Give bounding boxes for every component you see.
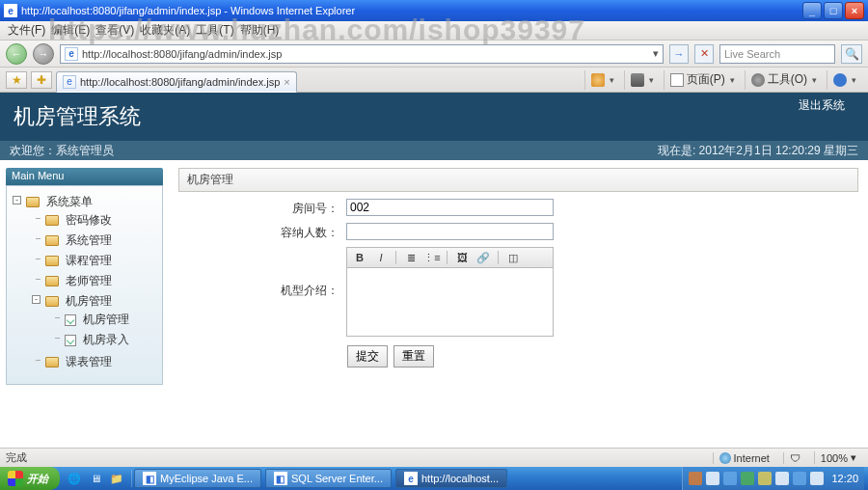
sidebar-item-room-manage[interactable]: 机房管理 <box>49 310 158 330</box>
menu-header: Main Menu <box>6 168 163 185</box>
search-box[interactable]: Live Search <box>719 44 835 64</box>
task-label: MyEclipse Java E... <box>160 473 253 484</box>
editor-bold-button[interactable]: B <box>351 250 368 265</box>
tray-clock[interactable]: 12:20 <box>831 473 858 484</box>
tree-root[interactable]: - 系统菜单 密码修改 系统管理 <box>11 192 158 374</box>
task-label: SQL Server Enter... <box>291 473 383 484</box>
sidebar: Main Menu - 系统菜单 密码修改 <box>0 160 169 448</box>
sidebar-item-room-entry[interactable]: 机房录入 <box>49 330 158 350</box>
room-no-input[interactable] <box>346 199 554 216</box>
menu-help[interactable]: 帮助(H) <box>240 22 280 39</box>
browser-tab[interactable]: e http://localhost:8080/jifang/admin/ind… <box>56 71 297 93</box>
xp-taskbar: 开始 🌐 🖥 📁 ◧ MyEclipse Java E... ◧ SQL Ser… <box>0 467 868 490</box>
sidebar-item-room[interactable]: - 机房管理 机房管理 <box>30 291 158 352</box>
back-button[interactable]: ← <box>6 43 27 65</box>
page-menu-button[interactable]: 页面(P)▾ <box>664 70 741 90</box>
sidebar-item-label: 机房录入 <box>83 333 129 346</box>
welcome-bar: 欢迎您： 系统管理员 现在是: 2012年2月1日 12:20:29 星期三 <box>0 141 868 160</box>
sidebar-item-schedule[interactable]: 课表管理 <box>30 352 158 372</box>
quick-launch: 🌐 🖥 📁 <box>60 470 132 487</box>
task-icon: e <box>404 472 418 485</box>
print-button[interactable]: ▾ <box>624 70 660 90</box>
sidebar-item-label: 课表管理 <box>66 355 112 368</box>
sidebar-item-course[interactable]: 课程管理 <box>30 251 158 271</box>
taskbar-item-sqlserver[interactable]: ◧ SQL Server Enter... <box>265 469 392 488</box>
editor-ol-button[interactable]: ≣ <box>402 250 420 265</box>
capacity-input[interactable] <box>346 223 554 240</box>
tree-toggle-icon[interactable]: - <box>32 295 41 304</box>
editor-toolbar: B I ≣ ⋮≡ 🖼 🔗 ◫ <box>347 248 553 268</box>
window-close-button[interactable]: × <box>845 2 864 19</box>
search-button[interactable]: 🔍 <box>841 44 862 64</box>
print-icon <box>631 73 644 87</box>
ql-desktop-icon[interactable]: 🖥 <box>87 470 104 487</box>
ql-ie-icon[interactable]: 🌐 <box>66 470 83 487</box>
tools-menu-label: 工具(O) <box>768 71 807 88</box>
ql-app-icon[interactable]: 📁 <box>108 470 125 487</box>
tab-close-icon[interactable]: × <box>284 76 289 88</box>
status-zoom[interactable]: 100% ▾ <box>814 451 862 464</box>
now-label: 现在是: <box>658 144 695 157</box>
sidebar-item-label: 老师管理 <box>66 274 112 287</box>
start-label: 开始 <box>27 472 48 486</box>
tray-icon[interactable] <box>775 472 789 485</box>
home-icon <box>591 73 605 87</box>
editor-ul-button[interactable]: ⋮≡ <box>423 250 441 265</box>
tab-title: http://localhost:8080/jifang/admin/index… <box>80 76 280 88</box>
window-titlebar: e http://localhost:8080/jifang/admin/ind… <box>0 0 868 21</box>
status-done: 完成 <box>6 450 27 465</box>
editor-source-button[interactable]: ◫ <box>504 250 522 265</box>
window-maximize-button[interactable]: □ <box>824 2 843 19</box>
start-button[interactable]: 开始 <box>0 467 60 490</box>
room-no-label: 房间号： <box>178 196 342 220</box>
tray-icon[interactable] <box>793 472 806 485</box>
taskbar-item-myeclipse[interactable]: ◧ MyEclipse Java E... <box>134 469 261 488</box>
reload-button[interactable]: ✕ <box>694 44 714 64</box>
help-button[interactable]: ▾ <box>827 70 862 90</box>
window-minimize-button[interactable]: _ <box>802 2 822 19</box>
tools-menu-button[interactable]: 工具(O)▾ <box>745 70 823 90</box>
help-icon <box>833 73 847 87</box>
taskbar-item-ie[interactable]: e http://localhost... <box>395 469 507 488</box>
menu-file[interactable]: 文件(F) <box>8 22 45 39</box>
menu-view[interactable]: 查看(V) <box>95 22 134 39</box>
tab-page-icon: e <box>63 75 76 89</box>
editor-italic-button[interactable]: I <box>372 250 390 265</box>
reset-button[interactable]: 重置 <box>393 345 434 368</box>
tree-toggle-icon[interactable]: - <box>13 196 21 204</box>
logout-link[interactable]: 退出系统 <box>799 97 845 114</box>
sidebar-item-system[interactable]: 系统管理 <box>30 231 158 251</box>
folder-icon <box>26 197 40 207</box>
sidebar-item-teacher[interactable]: 老师管理 <box>30 271 158 291</box>
address-bar[interactable]: e http://localhost:8080/jifang/admin/ind… <box>60 44 664 64</box>
tray-icon[interactable] <box>810 472 824 485</box>
windows-logo-icon <box>8 471 23 486</box>
datetime-text: 2012年2月1日 12:20:29 星期三 <box>699 144 858 157</box>
editor-link-button[interactable]: 🔗 <box>475 250 492 265</box>
tray-icon[interactable] <box>689 472 702 485</box>
menu-tools[interactable]: 工具(T) <box>196 22 233 39</box>
tray-icon[interactable] <box>758 472 772 485</box>
address-dropdown-icon[interactable]: ▾ <box>653 47 659 60</box>
add-favorite-button[interactable]: ✚ <box>31 71 52 89</box>
app-viewport: 机房管理系统 退出系统 欢迎您： 系统管理员 现在是: 2012年2月1日 12… <box>0 93 868 448</box>
folder-icon <box>45 357 59 368</box>
menu-edit[interactable]: 编辑(E) <box>51 22 90 39</box>
folder-icon <box>45 215 59 226</box>
editor-body[interactable] <box>347 268 553 336</box>
sidebar-item-password[interactable]: 密码修改 <box>30 210 158 231</box>
go-button[interactable]: → <box>669 44 689 64</box>
sidebar-item-label: 密码修改 <box>66 213 112 227</box>
favorites-button[interactable]: ★ <box>6 71 27 89</box>
ie-menu-bar: 文件(F) 编辑(E) 查看(V) 收藏夹(A) 工具(T) 帮助(H) <box>0 21 868 41</box>
tray-icon[interactable] <box>741 472 754 485</box>
page-icon: e <box>65 47 78 61</box>
submit-button[interactable]: 提交 <box>347 345 388 368</box>
panel-title: 机房管理 <box>178 168 858 192</box>
tray-icon[interactable] <box>723 472 737 485</box>
tray-icon[interactable] <box>706 472 719 485</box>
menu-fav[interactable]: 收藏夹(A) <box>140 22 190 39</box>
forward-button[interactable]: → <box>33 43 54 65</box>
editor-image-button[interactable]: 🖼 <box>453 250 471 265</box>
home-button[interactable]: ▾ <box>584 70 620 90</box>
